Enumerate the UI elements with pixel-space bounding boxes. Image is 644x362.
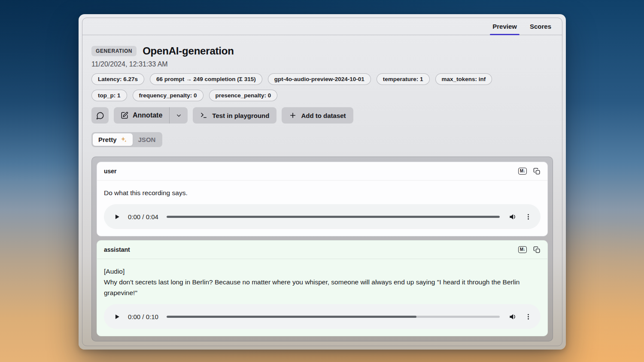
audio-time: 0:00 / 0:10 bbox=[128, 313, 158, 320]
audio-player[interactable]: 0:00 / 0:04 bbox=[104, 204, 541, 229]
tab-preview[interactable]: Preview bbox=[486, 18, 523, 35]
observation-content: GENERATION OpenAI-generation 11/20/2024,… bbox=[82, 35, 562, 341]
message-header-icons: M↓ bbox=[518, 168, 541, 175]
test-in-playground-button[interactable]: Test in playground bbox=[193, 107, 276, 124]
observation-type-badge: GENERATION bbox=[91, 46, 137, 56]
view-toggle: Pretty JSON bbox=[91, 132, 162, 147]
tab-bar: PreviewScores bbox=[82, 18, 562, 35]
messages-container: userM↓Do what this recording says.0:00 /… bbox=[91, 157, 553, 341]
meta-badge: presence_penalty: 0 bbox=[209, 90, 278, 101]
comment-icon bbox=[96, 112, 104, 120]
message-text: Do what this recording says. bbox=[104, 187, 541, 198]
tab-scores[interactable]: Scores bbox=[523, 18, 558, 35]
meta-badge: Latency: 6.27s bbox=[91, 73, 144, 85]
markdown-toggle-icon[interactable]: M↓ bbox=[518, 246, 527, 253]
audio-progress-fill bbox=[167, 216, 500, 218]
copy-icon[interactable] bbox=[533, 168, 541, 175]
toggle-pretty[interactable]: Pretty bbox=[93, 133, 133, 146]
message-text: Why don't secrets last long in Berlin? B… bbox=[104, 277, 541, 298]
annotate-split-button: Annotate bbox=[114, 107, 188, 124]
badge-row: top_p: 1frequency_penalty: 0presence_pen… bbox=[91, 90, 553, 101]
overflow-menu-icon[interactable] bbox=[525, 213, 532, 220]
plus-icon bbox=[289, 112, 297, 119]
message-body: Do what this recording says.0:00 / 0:04 bbox=[97, 181, 547, 236]
audio-seek-bar[interactable] bbox=[167, 316, 500, 318]
message-body: [Audio]Why don't secrets last long in Be… bbox=[97, 259, 547, 336]
message-header: assistantM↓ bbox=[97, 241, 547, 259]
pretty-label: Pretty bbox=[98, 136, 117, 143]
volume-icon[interactable] bbox=[509, 313, 517, 321]
terminal-icon bbox=[200, 112, 208, 119]
audio-seek-bar[interactable] bbox=[167, 216, 500, 218]
message-header-icons: M↓ bbox=[518, 246, 541, 253]
meta-badge: temperature: 1 bbox=[377, 73, 430, 85]
title-row: GENERATION OpenAI-generation bbox=[91, 45, 553, 57]
active-tab-underline bbox=[490, 34, 519, 35]
message-card-user: userM↓Do what this recording says.0:00 /… bbox=[97, 162, 548, 236]
chevron-down-icon bbox=[176, 112, 182, 119]
comment-button[interactable] bbox=[91, 107, 109, 124]
message-role-label: user bbox=[104, 168, 117, 175]
play-icon[interactable] bbox=[113, 213, 121, 220]
meta-badge: max_tokens: inf bbox=[435, 73, 492, 85]
meta-badge: gpt-4o-audio-preview-2024-10-01 bbox=[268, 73, 371, 85]
meta-badge: frequency_penalty: 0 bbox=[133, 90, 204, 101]
meta-badge: top_p: 1 bbox=[91, 90, 127, 101]
message-text: [Audio] bbox=[104, 266, 541, 277]
volume-icon[interactable] bbox=[509, 213, 517, 221]
trace-detail-window: PreviewScores GENERATION OpenAI-generati… bbox=[79, 14, 566, 350]
sparkles-icon bbox=[120, 136, 127, 143]
playground-label: Test in playground bbox=[212, 112, 269, 119]
audio-player[interactable]: 0:00 / 0:10 bbox=[104, 304, 541, 329]
meta-badge: 66 prompt → 249 completion (Σ 315) bbox=[150, 73, 262, 85]
audio-time: 0:00 / 0:04 bbox=[128, 213, 158, 220]
observation-panel: PreviewScores GENERATION OpenAI-generati… bbox=[82, 18, 562, 346]
add-to-dataset-button[interactable]: Add to dataset bbox=[282, 107, 353, 124]
message-card-assistant: assistantM↓[Audio]Why don't secrets last… bbox=[97, 240, 548, 336]
annotate-button[interactable]: Annotate bbox=[114, 107, 169, 124]
meta-badges: Latency: 6.27s66 prompt → 249 completion… bbox=[91, 73, 553, 101]
timestamp: 11/20/2024, 12:31:33 AM bbox=[91, 60, 553, 68]
toggle-json[interactable]: JSON bbox=[133, 133, 161, 146]
message-header: userM↓ bbox=[97, 162, 547, 181]
json-label: JSON bbox=[138, 136, 156, 143]
toolbar: Annotate Test in playground bbox=[91, 107, 553, 124]
badge-row: Latency: 6.27s66 prompt → 249 completion… bbox=[91, 73, 553, 85]
annotate-dropdown-button[interactable] bbox=[170, 107, 188, 124]
dataset-label: Add to dataset bbox=[301, 112, 346, 119]
edit-icon bbox=[121, 112, 128, 119]
play-icon[interactable] bbox=[113, 313, 121, 320]
copy-icon[interactable] bbox=[533, 246, 541, 253]
overflow-menu-icon[interactable] bbox=[525, 313, 532, 320]
markdown-toggle-icon[interactable]: M↓ bbox=[518, 168, 527, 175]
audio-progress-fill bbox=[167, 316, 416, 318]
annotate-label: Annotate bbox=[133, 112, 162, 119]
message-role-label: assistant bbox=[104, 246, 130, 253]
page-title: OpenAI-generation bbox=[143, 45, 234, 57]
